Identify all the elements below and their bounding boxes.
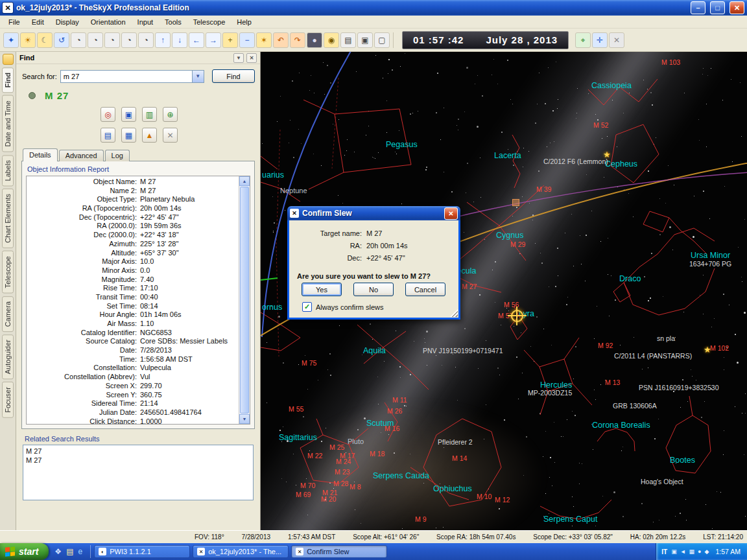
zoom-in-icon[interactable]: +	[222, 32, 238, 48]
resize-grip-icon[interactable]	[450, 309, 458, 317]
slew-to-object-icon[interactable]: ◎	[101, 107, 115, 122]
slew-telescope-icon[interactable]: ⌖	[575, 32, 591, 48]
detail-tab[interactable]: Details	[23, 148, 58, 161]
pan-right-icon[interactable]: →	[206, 32, 221, 48]
dock-tab[interactable]: Focuser	[2, 382, 14, 418]
minimize-button[interactable]: –	[691, 1, 706, 14]
comet-marker-icon[interactable]: ★	[603, 150, 611, 159]
frame-object-icon[interactable]: ▦	[121, 128, 136, 143]
related-result-item[interactable]: M 27	[25, 447, 252, 456]
undo-icon[interactable]: ↶	[273, 32, 289, 48]
security-tray-icon[interactable]: ◆	[705, 549, 709, 555]
start-button[interactable]: start	[0, 543, 49, 560]
taskbar-button-pwi3[interactable]: ◐ PWI3 1.1.2.1	[94, 545, 190, 558]
folder-icon[interactable]: ▤	[66, 548, 73, 555]
display-tray-icon[interactable]: ▣	[671, 549, 677, 555]
browser-icon[interactable]: ❖	[54, 548, 62, 555]
pin-panel-icon[interactable]: ▼	[233, 53, 244, 63]
search-input[interactable]	[61, 71, 192, 82]
no-button[interactable]: No	[353, 283, 394, 296]
dock-tab[interactable]: Labels	[2, 155, 14, 186]
detail-tab[interactable]: Log	[105, 150, 130, 161]
clock-icon-2[interactable]: ◔	[88, 32, 103, 48]
network-tray-icon[interactable]: ▦	[689, 549, 695, 555]
always-confirm-checkbox[interactable]: ✓	[302, 302, 312, 312]
menu-item[interactable]: Input	[132, 16, 159, 28]
menu-item[interactable]: File	[3, 16, 26, 28]
combo-dropdown-icon[interactable]: ▼	[192, 71, 204, 82]
cancel-button[interactable]: Cancel	[405, 283, 445, 296]
report-row-value: 225° 13' 28"	[140, 240, 239, 249]
globe-icon[interactable]: ◉	[324, 32, 339, 48]
dialog-titlebar[interactable]: ✕ Confirm Slew ✕	[287, 206, 460, 220]
task-label: PWI3 1.1.2.1	[110, 548, 151, 555]
pan-down-icon[interactable]: ↓	[172, 32, 187, 48]
menu-item[interactable]: Tools	[159, 16, 187, 28]
taskbar-button-confirm-slew[interactable]: ✕ Confirm Slew	[291, 545, 387, 558]
dock-tab[interactable]: Find	[2, 67, 14, 93]
dock-tab[interactable]: Autoguider	[2, 334, 14, 379]
scroll-down-icon[interactable]: ▼	[239, 414, 250, 424]
yes-button[interactable]: Yes	[302, 283, 342, 296]
sun-icon[interactable]: ☀	[20, 32, 36, 48]
clock-icon-4[interactable]: ◔	[121, 32, 137, 48]
details-frame: Object Information Report Object Name: M…	[21, 161, 255, 429]
show-photo-icon[interactable]: ▤	[101, 128, 115, 143]
zoom-out-icon[interactable]: −	[239, 32, 255, 48]
scrollbar-thumb[interactable]	[240, 187, 249, 414]
close-button[interactable]: ✕	[729, 1, 744, 14]
scroll-up-icon[interactable]: ▲	[239, 176, 250, 186]
night-mode-icon[interactable]: ●	[307, 32, 322, 48]
chart-elements-icon[interactable]: ▤	[340, 32, 356, 48]
taskbar-clock[interactable]: 1:57 AM	[715, 548, 741, 555]
taskbar-button-theskyx[interactable]: ✕ ok_12july2013* - The...	[193, 545, 289, 558]
frame-icon[interactable]: ▢	[374, 32, 390, 48]
menu-item[interactable]: Orientation	[85, 16, 132, 28]
dock-tab[interactable]: Telescope	[2, 251, 14, 294]
report-row-value: 0.0	[140, 266, 239, 275]
dialog-close-button[interactable]: ✕	[444, 207, 458, 220]
fov-indicator[interactable]	[512, 199, 519, 206]
slew-target-icon[interactable]	[511, 310, 523, 322]
comet-marker-icon[interactable]: ★	[704, 345, 711, 354]
object-graph-icon[interactable]: ▥	[142, 107, 157, 122]
clock-icon-3[interactable]: ◔	[104, 32, 120, 48]
find-button[interactable]: Find	[212, 69, 255, 83]
menu-item[interactable]: Telescope	[187, 16, 231, 28]
moon-icon[interactable]: ☾	[37, 32, 53, 48]
internet-icon[interactable]: e	[78, 548, 82, 555]
theskyx-home-icon[interactable]: ✦	[3, 32, 19, 48]
close-panel-icon[interactable]: ✕	[246, 53, 257, 63]
menu-item[interactable]: Edit	[26, 16, 50, 28]
status-item: Scope RA: 18h 54m 07.40s	[436, 533, 516, 541]
labels-icon[interactable]: ✶	[256, 32, 272, 48]
dock-tab[interactable]: Camera	[2, 296, 14, 332]
maximize-button[interactable]: □	[710, 1, 725, 14]
object-path-icon[interactable]: ▲	[142, 128, 157, 143]
report-row: Magnitude: 7.40	[27, 275, 239, 285]
add-to-list-icon[interactable]: ⊕	[163, 107, 178, 122]
update-tray-icon[interactable]: ●	[698, 549, 701, 555]
clock-icon-1[interactable]: ◔	[71, 32, 86, 48]
refresh-sky-icon[interactable]: ↺	[54, 32, 69, 48]
clear-result-icon[interactable]: ✕	[163, 128, 178, 143]
language-indicator[interactable]: IT	[661, 548, 667, 555]
volume-tray-icon[interactable]: ◄	[680, 549, 686, 555]
detail-tab[interactable]: Advanced	[59, 150, 104, 161]
pan-up-icon[interactable]: ↑	[155, 32, 171, 48]
abort-slew-icon[interactable]: ✕	[609, 32, 624, 48]
menu-item[interactable]: Help	[231, 16, 257, 28]
related-result-item[interactable]: M 27	[25, 456, 252, 465]
menu-item[interactable]: Display	[50, 16, 85, 28]
dock-tab[interactable]: Date and Time	[2, 95, 14, 152]
pan-left-icon[interactable]: ←	[189, 32, 204, 48]
redo-icon[interactable]: ↷	[290, 32, 305, 48]
report-row: Screen X: 299.70	[27, 382, 239, 391]
photo-view-icon[interactable]: ▣	[357, 32, 373, 48]
center-object-icon[interactable]: ▣	[121, 107, 136, 122]
clock-icon-5[interactable]: ◔	[138, 32, 154, 48]
telescope-link-icon[interactable]: ✛	[592, 32, 608, 48]
dock-tab[interactable]: Chart Elements	[2, 189, 14, 248]
window-titlebar[interactable]: ✕ ok_12july2013* - TheSkyX Professional …	[0, 0, 747, 16]
report-scrollbar[interactable]: ▲ ▼	[239, 176, 250, 424]
